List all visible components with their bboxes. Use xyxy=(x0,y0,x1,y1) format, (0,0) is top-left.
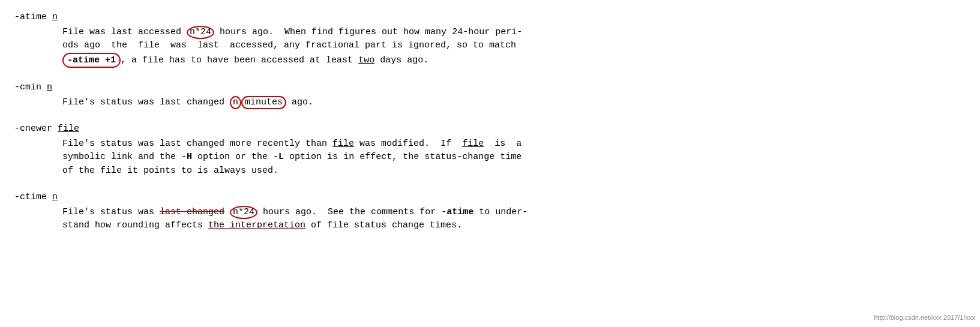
strikethrough-ctime: last changed xyxy=(160,207,224,217)
desc-ctime: File's status was last changed n*24 hour… xyxy=(14,206,963,233)
annotation-atime-flag: -atime +1 xyxy=(62,53,121,68)
annotation-n-cmin: n xyxy=(230,96,241,109)
desc-ctime-line2: stand how rounding affects the interpret… xyxy=(62,219,963,233)
flag-line-ctime: -ctime n xyxy=(14,191,963,205)
entry-ctime: -ctime n File's status was last changed … xyxy=(14,191,963,233)
flag-line-cnewer: -cnewer file xyxy=(14,122,963,136)
underline-ctime: the interpretation xyxy=(208,220,305,230)
desc-atime-line2: ods ago the file was last accessed, any … xyxy=(62,39,963,53)
annotation-n24-ctime: n*24 xyxy=(230,206,257,219)
annotation-n24-atime: n*24 xyxy=(187,26,214,39)
flag-line-cmin: -cmin n xyxy=(14,81,963,95)
entry-atime: -atime n File was last accessed n*24 hou… xyxy=(14,11,963,68)
flag-ctime: -ctime xyxy=(14,191,52,205)
desc-atime: File was last accessed n*24 hours ago. W… xyxy=(14,26,963,68)
desc-ctime-line1: File's status was last changed n*24 hour… xyxy=(62,206,963,220)
desc-cnewer-line3: of the file it points to is always used. xyxy=(62,164,963,178)
page-content: -atime n File was last accessed n*24 hou… xyxy=(14,11,963,233)
desc-cnewer-line2: symbolic link and the -H option or the -… xyxy=(62,151,963,164)
desc-atime-line3: -atime +1, a file has to have been acces… xyxy=(62,53,963,68)
desc-cmin: File's status was last changed nminutes … xyxy=(14,96,963,110)
entry-cmin: -cmin n File's status was last changed n… xyxy=(14,81,963,109)
watermark: http://blog.csdn.net/xxx 2017/1/xxx xyxy=(874,313,975,323)
desc-cmin-line1: File's status was last changed nminutes … xyxy=(62,96,963,110)
flag-arg-cnewer: file xyxy=(58,122,79,136)
flag-arg-cmin: n xyxy=(47,81,52,95)
desc-atime-line1: File was last accessed n*24 hours ago. W… xyxy=(62,26,963,40)
flag-cnewer: -cnewer xyxy=(14,122,58,136)
flag-arg-atime: n xyxy=(52,11,58,25)
desc-cnewer: File's status was last changed more rece… xyxy=(14,137,963,178)
annotation-minutes-cmin: minutes xyxy=(241,96,286,109)
entry-cnewer: -cnewer file File's status was last chan… xyxy=(14,122,963,178)
flag-atime: -atime xyxy=(14,11,52,25)
flag-arg-ctime: n xyxy=(52,191,58,205)
flag-line-atime: -atime n xyxy=(14,11,963,25)
desc-cnewer-line1: File's status was last changed more rece… xyxy=(62,137,963,151)
flag-cmin: -cmin xyxy=(14,81,47,95)
